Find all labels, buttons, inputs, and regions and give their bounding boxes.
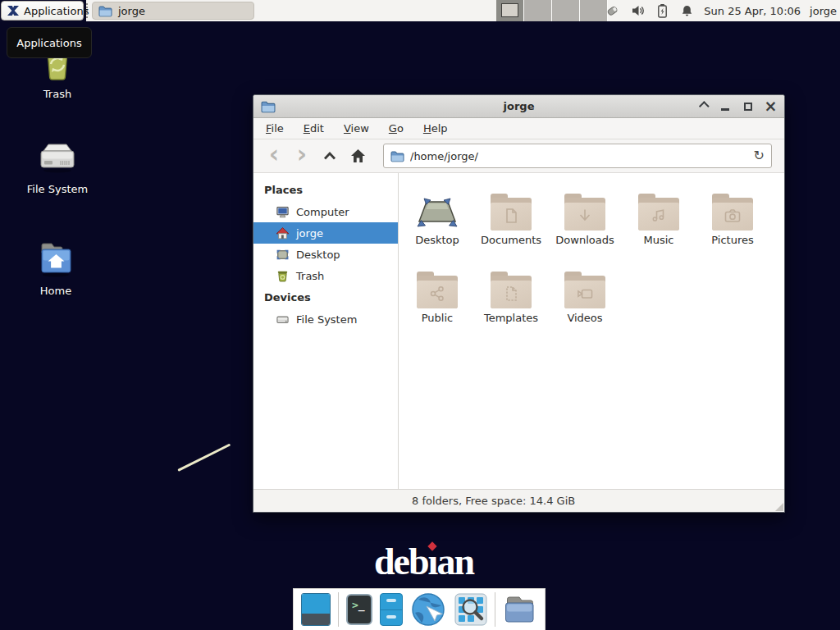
home-icon xyxy=(276,226,290,240)
menu-go[interactable]: Go xyxy=(379,118,413,139)
shade-button[interactable] xyxy=(696,100,708,112)
xfce-logo-icon xyxy=(7,4,20,17)
folder-icon xyxy=(564,198,605,231)
trash-icon xyxy=(276,269,290,283)
back-button[interactable]: ‹ xyxy=(260,143,288,169)
devices-header: Devices xyxy=(253,286,398,308)
home-folder-icon xyxy=(36,238,75,279)
maximize-button[interactable] xyxy=(742,100,754,112)
file-tile-documents[interactable]: Documents xyxy=(474,185,548,262)
sidebar-item-trash[interactable]: Trash xyxy=(253,265,398,286)
battery-icon[interactable] xyxy=(655,3,670,19)
file-label: Templates xyxy=(474,312,548,324)
folder-icon xyxy=(491,198,532,231)
computer-icon xyxy=(276,205,290,219)
show-desktop-icon-bottom xyxy=(302,614,330,626)
menu-file[interactable]: File xyxy=(256,118,294,139)
menu-help[interactable]: Help xyxy=(413,118,458,139)
window-content: Places Computer xyxy=(253,173,784,489)
video-camera-glyph xyxy=(576,285,595,303)
debian-logo: debıan xyxy=(374,540,473,583)
statusbar: 8 folders, Free space: 14.4 GiB xyxy=(253,489,784,512)
sidebar-item-label: jorge xyxy=(296,227,323,240)
sidebar-item-jorge[interactable]: jorge xyxy=(253,222,398,244)
window-controls: × xyxy=(696,100,777,112)
file-label: Documents xyxy=(474,234,548,246)
panel-clock[interactable]: Sun 25 Apr, 10:06 xyxy=(704,5,801,17)
forward-button[interactable]: › xyxy=(288,143,316,169)
applications-menu-button[interactable]: Applications xyxy=(1,1,84,21)
workspace-4[interactable] xyxy=(580,0,608,21)
globe-icon xyxy=(410,591,447,628)
location-bar[interactable]: ↻ xyxy=(383,144,772,168)
desktop-icon-label: Trash xyxy=(15,88,100,100)
bottom-dock: >_ xyxy=(293,588,546,630)
top-panel: Applications jorge xyxy=(0,0,840,21)
cabinet-icon xyxy=(381,594,402,610)
mouse-pointer-tray-icon[interactable] xyxy=(605,3,621,19)
desktop-icon-label: Home xyxy=(13,285,98,297)
reload-button[interactable]: ↻ xyxy=(754,149,765,162)
applications-tooltip: Applications xyxy=(7,27,92,58)
desktop-icon xyxy=(276,248,290,262)
desktop-icon-filesystem[interactable]: File System xyxy=(15,138,100,195)
web-browser-launcher[interactable] xyxy=(410,591,447,628)
app-finder-launcher[interactable] xyxy=(454,593,487,626)
file-tile-music[interactable]: Music xyxy=(622,185,696,262)
show-desktop-button[interactable] xyxy=(301,593,331,626)
file-label: Pictures xyxy=(696,234,769,246)
desktop-stray-line xyxy=(177,443,231,471)
file-manager-launcher[interactable] xyxy=(380,593,403,626)
sidebar-item-desktop[interactable]: Desktop xyxy=(253,244,398,265)
maximize-icon xyxy=(744,103,752,111)
volume-icon[interactable] xyxy=(630,3,646,19)
dock-separator xyxy=(338,592,339,627)
document-glyph xyxy=(502,207,520,225)
terminal-launcher[interactable]: >_ xyxy=(346,594,372,625)
logo-text: an xyxy=(436,541,473,582)
sidebar-item-filesystem[interactable]: File System xyxy=(253,308,398,330)
file-tile-videos[interactable]: Videos xyxy=(548,262,622,340)
file-tile-pictures[interactable]: Pictures xyxy=(696,185,769,262)
file-tile-downloads[interactable]: Downloads xyxy=(548,185,622,262)
desktop-icon xyxy=(415,193,459,231)
workspace-switcher xyxy=(496,0,608,21)
cabinet-icon-drawer xyxy=(381,610,402,626)
workspace-3[interactable] xyxy=(552,0,580,21)
file-tile-public[interactable]: Public xyxy=(400,262,474,340)
tooltip-text: Applications xyxy=(16,37,81,49)
folder-icon xyxy=(564,276,605,308)
desktop-icon-home[interactable]: Home xyxy=(13,238,98,297)
window-titlebar[interactable]: jorge × xyxy=(253,95,784,118)
minimize-button[interactable] xyxy=(719,100,731,112)
statusbar-text: 8 folders, Free space: 14.4 GiB xyxy=(412,495,575,507)
menu-edit[interactable]: Edit xyxy=(294,118,334,139)
menubar: File Edit View Go Help xyxy=(253,118,784,139)
folder-icon xyxy=(638,198,679,231)
workspace-window-thumb xyxy=(501,3,518,17)
sidebar-item-label: Desktop xyxy=(296,249,340,261)
sidebar-item-label: Trash xyxy=(296,270,324,282)
minimize-icon xyxy=(721,103,729,111)
panel-username: jorge xyxy=(810,5,837,17)
template-glyph xyxy=(502,285,520,303)
sidebar-item-label: File System xyxy=(296,313,357,326)
resize-grip[interactable] xyxy=(775,503,783,511)
file-tile-desktop[interactable]: Desktop xyxy=(400,185,474,262)
taskbar-window-button[interactable]: jorge xyxy=(92,2,254,20)
directory-menu-launcher[interactable] xyxy=(503,594,537,625)
panel-drag-handle[interactable] xyxy=(86,3,90,18)
path-input[interactable] xyxy=(410,150,748,162)
dock-separator xyxy=(495,592,495,627)
close-button[interactable]: × xyxy=(765,100,777,112)
notification-bell-icon[interactable] xyxy=(679,3,695,19)
home-button[interactable] xyxy=(344,143,372,169)
menu-view[interactable]: View xyxy=(334,118,379,139)
up-arrow-icon xyxy=(322,148,338,163)
sidebar-item-computer[interactable]: Computer xyxy=(253,201,398,222)
up-button[interactable] xyxy=(316,143,344,169)
workspace-1[interactable] xyxy=(496,0,524,21)
file-manager-window: jorge × File Edit View Go Help ‹ › xyxy=(253,94,785,513)
file-tile-templates[interactable]: Templates xyxy=(474,262,548,340)
workspace-2[interactable] xyxy=(524,0,552,21)
